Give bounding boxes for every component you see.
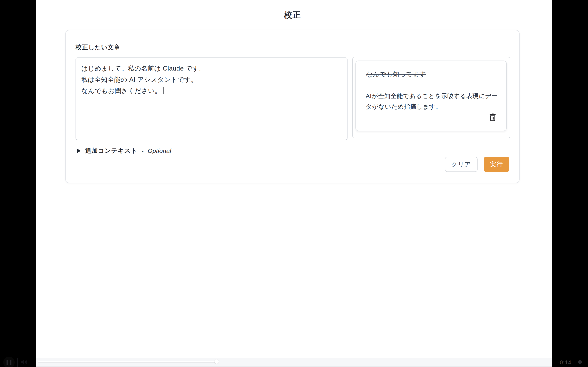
textarea-line-text: なんでもお聞きください。 <box>81 87 161 94</box>
time-remaining: -0:14 <box>558 359 571 366</box>
player-scrubber-area <box>36 358 552 367</box>
textarea-label: 校正したい文章 <box>76 43 120 52</box>
clear-button[interactable]: クリア <box>445 157 477 172</box>
exit-fullscreen-button[interactable] <box>577 359 583 365</box>
additional-context-toggle[interactable]: 追加コンテキスト - Optional <box>77 147 171 155</box>
seek-track-played <box>38 361 217 362</box>
context-optional-hint: Optional <box>148 147 171 154</box>
player-right-controls: -0:14 <box>552 358 588 367</box>
suggestion-description: AIが全知全能であることを示唆する表現にデータがないため指摘します。 <box>366 91 498 112</box>
text-cursor <box>163 87 164 94</box>
suggestion-list-panel: なんでも知ってます AIが全知全能であることを示唆する表現にデータがないため指摘… <box>352 57 510 138</box>
player-left-controls <box>0 358 36 367</box>
context-dash: - <box>141 147 144 154</box>
suggestion-title-strikethrough: なんでも知ってます <box>366 70 426 78</box>
suggestion-card: なんでも知ってます AIが全知全能であることを示唆する表現にデータがないため指摘… <box>355 60 507 131</box>
textarea-line: はじめまして。私の名前は Claude です。 <box>81 63 342 74</box>
action-buttons-row: クリア 実行 <box>445 157 509 172</box>
seek-knob[interactable] <box>215 359 219 364</box>
proofread-textarea[interactable]: はじめまして。私の名前は Claude です。 私は全知全能の AI アシスタン… <box>76 58 347 140</box>
volume-icon <box>21 363 28 366</box>
pause-button[interactable] <box>3 357 15 367</box>
proofread-card: 校正したい文章 はじめまして。私の名前は Claude です。 私は全知全能の … <box>65 30 520 183</box>
run-button[interactable]: 実行 <box>484 157 509 172</box>
delete-suggestion-button[interactable] <box>489 113 496 121</box>
video-player-bar: -0:14 <box>0 358 588 367</box>
app-content: 校正 校正したい文章 はじめまして。私の名前は Claude です。 私は全知全… <box>36 0 552 358</box>
volume-button[interactable] <box>21 359 28 365</box>
player-separator <box>17 358 18 367</box>
textarea-line: なんでもお聞きください。 <box>81 85 342 96</box>
seek-track[interactable] <box>38 361 548 362</box>
exit-fullscreen-icon <box>577 362 583 365</box>
trash-icon <box>489 119 496 122</box>
triangle-right-icon <box>77 149 81 153</box>
context-toggle-label: 追加コンテキスト <box>85 147 138 155</box>
textarea-line: 私は全知全能の AI アシスタントです。 <box>81 74 342 85</box>
page-title: 校正 <box>65 9 520 21</box>
